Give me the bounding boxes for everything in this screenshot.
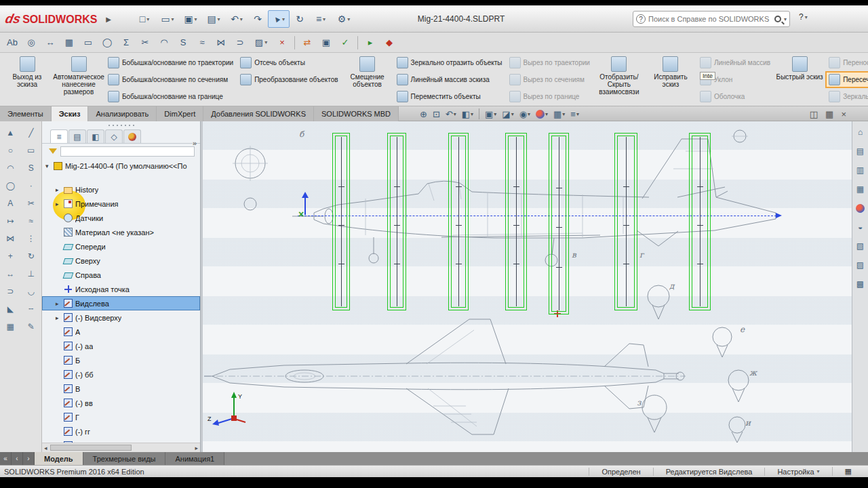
pattern-tool[interactable]: ⋮ xyxy=(23,231,39,246)
print-button[interactable]: ▤ xyxy=(203,10,224,28)
tree-item-front-plane[interactable]: Спереди xyxy=(42,239,200,253)
tree-item-gg[interactable]: (-) гг xyxy=(42,424,200,439)
spline-tool[interactable]: S xyxy=(23,161,39,176)
spell-checker-button[interactable]: Ab xyxy=(3,34,21,52)
zoom-to-fit-button[interactable]: ⊕ xyxy=(417,107,430,121)
search-dropdown-icon[interactable]: ▾ xyxy=(784,16,787,22)
appearances-icon[interactable] xyxy=(854,201,867,215)
model-items-button[interactable]: ◯ xyxy=(98,34,116,52)
macro-run-button[interactable]: ▸ xyxy=(361,34,379,52)
sketch-section-rectangle[interactable] xyxy=(332,133,350,310)
forum-icon[interactable]: ▨ xyxy=(854,258,867,272)
help-search-box[interactable]: ? ▾ xyxy=(633,11,790,27)
sketch-section-rectangle[interactable] xyxy=(448,133,469,310)
reload-button[interactable]: ⇄ xyxy=(298,34,316,52)
tree-item-vidsleva[interactable]: ▸ Видслева xyxy=(42,296,200,310)
tree-root-item[interactable]: ▾ Mig-21-4400-4 (По умолчанию<<По xyxy=(42,159,200,173)
tree-item-right-plane[interactable]: Справа xyxy=(42,268,200,282)
arc-tool[interactable]: ◠ xyxy=(2,161,18,176)
grid-tool[interactable]: ▦ xyxy=(2,319,18,334)
swept-boss-button[interactable]: Бобышка/основание по траектории xyxy=(104,54,237,71)
trim-entities-button[interactable]: ✂ xyxy=(136,34,154,52)
commandmanager-tab[interactable]: Элементы xyxy=(0,106,52,121)
equations-button[interactable]: Σ xyxy=(117,34,135,52)
tab-animation1[interactable]: Анимация1 xyxy=(165,452,224,465)
tree-item-d[interactable]: Д xyxy=(42,439,200,443)
commandmanager-tab[interactable]: DimXpert xyxy=(157,106,203,121)
toolbar-flyout-arrow-icon[interactable]: ▶ xyxy=(103,14,114,25)
tree-item-g[interactable]: Г xyxy=(42,410,200,424)
boundary-boss-button[interactable]: Бобышка/основание на границе xyxy=(104,88,237,105)
search-icon[interactable] xyxy=(774,16,781,22)
note-button[interactable]: ▭ xyxy=(79,34,97,52)
circle-tool[interactable]: ○ xyxy=(2,143,18,158)
lofted-cut-button[interactable]: Вырез по сечениям xyxy=(506,71,593,88)
commandmanager-tab[interactable]: SOLIDWORKS MBD xyxy=(314,106,399,121)
displaymanager-tab[interactable] xyxy=(123,129,141,143)
open-document-button[interactable]: ▭ xyxy=(157,10,178,28)
mirror-tool[interactable]: ⋈ xyxy=(2,231,18,246)
tree-filter-input[interactable] xyxy=(60,146,195,157)
rotate-tool[interactable]: ↻ xyxy=(23,249,39,264)
custom-properties-icon[interactable]: ▧ xyxy=(854,239,867,253)
screen-capture-button[interactable]: ▣ xyxy=(317,34,335,52)
convert-entities-command[interactable]: Преобразование объектов xyxy=(237,71,341,88)
panel-horizontal-scrollbar[interactable]: ◂ ▸ xyxy=(42,443,200,452)
commandmanager-tab[interactable]: Эскиз xyxy=(52,106,89,121)
tree-item-b[interactable]: Б xyxy=(42,353,200,367)
instant3d-button[interactable]: Перенос xyxy=(825,54,868,71)
edit-appearance-button[interactable] xyxy=(533,107,551,121)
tangent-arc-button[interactable]: ◠ xyxy=(155,34,173,52)
point-tool[interactable]: · xyxy=(23,178,39,193)
tile-windows-button[interactable]: ▦ xyxy=(823,107,836,121)
tree-item-history[interactable]: ▸ History xyxy=(42,182,200,197)
customize-menu[interactable]: Настройка ▾ xyxy=(764,468,831,476)
file-explorer-icon[interactable]: ▥ xyxy=(854,163,867,177)
collapse-pane-button[interactable]: ◫ xyxy=(807,107,821,121)
display-style-button[interactable]: ◪ xyxy=(499,107,516,121)
convert-tool[interactable]: ⊃ xyxy=(2,284,18,299)
magnified-selection-button[interactable]: ◎ xyxy=(22,34,40,52)
expand-arrow-icon[interactable]: ▸ xyxy=(56,186,64,193)
tree-item-aa[interactable]: (-) аа xyxy=(42,339,200,353)
design-library-icon[interactable]: ▤ xyxy=(854,144,867,158)
expand-arrow-icon[interactable]: ▸ xyxy=(56,300,64,307)
smart-dimension-button[interactable]: ↔ xyxy=(41,34,59,52)
spline-button[interactable]: S xyxy=(174,34,192,52)
chamfer-tool[interactable]: ◣ xyxy=(2,302,18,317)
rebuild-button[interactable]: ↻ xyxy=(291,10,309,28)
ellipse-tool[interactable]: ◯ xyxy=(2,178,18,193)
centerline-tool[interactable]: ╌ xyxy=(23,302,39,317)
propertymanager-tab[interactable]: ▤ xyxy=(68,129,86,143)
panel-expand-icon[interactable]: » xyxy=(193,139,197,147)
fillet-tool[interactable]: ◡ xyxy=(23,284,39,299)
hide-show-items-button[interactable]: ◉ xyxy=(517,107,533,121)
delete-button[interactable]: × xyxy=(273,34,291,52)
convert-entities-button[interactable]: ⊃ xyxy=(231,34,249,52)
commandmanager-tab[interactable]: Анализировать xyxy=(88,106,157,121)
extend-tool[interactable]: ↦ xyxy=(2,214,18,228)
expand-arrow-icon[interactable]: ▸ xyxy=(56,201,64,207)
undo-button[interactable]: ↶ xyxy=(226,10,248,28)
dimension-tool[interactable]: ↔ xyxy=(2,266,18,281)
expand-arrow-icon[interactable]: ▸ xyxy=(56,314,64,321)
close-document-button[interactable]: × xyxy=(838,107,849,121)
section-view-button[interactable]: ◧ xyxy=(459,107,476,121)
expand-arrow-icon[interactable]: ▾ xyxy=(45,163,54,169)
mirror-entities-command[interactable]: Зеркально отразить объекты xyxy=(393,54,506,71)
sketch-picture-button[interactable]: ▦ xyxy=(60,34,78,52)
offset-entities-button[interactable]: ≈ xyxy=(193,34,211,52)
tree-item-origin[interactable]: Исходная точка xyxy=(42,282,200,296)
accept-button[interactable]: ✓ xyxy=(336,34,354,52)
previous-view-button[interactable]: ↶ xyxy=(443,107,459,121)
rapid-sketch-button[interactable]: Быстрый эскиз xyxy=(774,54,825,103)
appearance-swatch-button[interactable]: ▨ xyxy=(250,34,272,52)
toolbar-button[interactable] xyxy=(294,36,295,49)
apply-scene-button[interactable]: ▦ xyxy=(551,107,568,121)
new-document-button[interactable]: □ xyxy=(134,10,155,28)
display-relations-button[interactable]: Отобразить/Скрыть взаимосвязи xyxy=(593,54,645,103)
select-cursor-button[interactable]: ▲ xyxy=(268,10,290,28)
auto-dimension-button[interactable]: Автоматическое нанесение размеров xyxy=(53,54,104,103)
tree-item-vv[interactable]: (-) вв xyxy=(42,396,200,410)
featuremanager-tab[interactable]: ≡ xyxy=(50,129,68,143)
